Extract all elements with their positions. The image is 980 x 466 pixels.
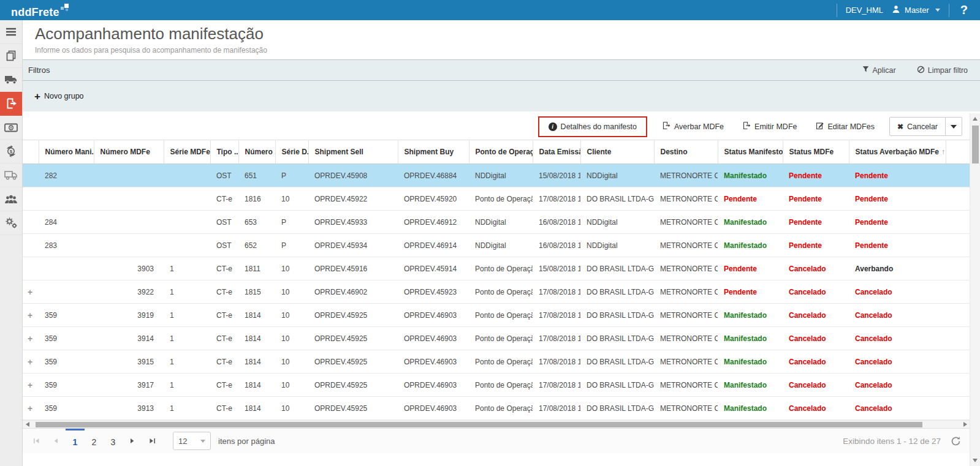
row-expand-toggle[interactable]: +	[23, 350, 39, 374]
x-icon: ✖	[897, 122, 903, 131]
column-header-cliente[interactable]: Cliente	[580, 140, 654, 164]
cancel-dropdown-button[interactable]	[946, 117, 962, 136]
sidebar-item-delivery[interactable]	[0, 163, 22, 187]
cell-status_manifesto: Manifestado	[718, 304, 783, 327]
column-header-status_manifesto[interactable]: Status Manifesto	[718, 140, 783, 164]
table-row[interactable]: +35939141CT-e181410OPRDEV.45925OPRDEV.46…	[23, 327, 970, 350]
emitir-mdfe-button[interactable]: Emitir MDFe	[739, 121, 800, 132]
column-header-serie_mdfe[interactable]: Série MDFe	[164, 140, 210, 164]
clear-filter-button[interactable]: Limpar filtro	[913, 65, 971, 76]
cell-status_mdfe: Cancelado	[783, 257, 849, 280]
scroll-up-icon[interactable]	[973, 115, 978, 122]
manifest-table: Número Mani...Número MDFeSérie MDFeTipo …	[23, 140, 970, 420]
row-expand-toggle[interactable]: +	[23, 304, 39, 327]
environment-label[interactable]: DEV_HML	[846, 6, 883, 15]
next-page-button[interactable]	[123, 429, 142, 453]
cell-serie_mdfe: 1	[164, 280, 210, 304]
table-row[interactable]: 282OST651POPRDEV.45908OPRDEV.46884NDDigi…	[23, 164, 970, 187]
table-row[interactable]: 284OST653POPRDEV.45933OPRDEV.46912NDDigi…	[23, 211, 970, 234]
cell-numero: 652	[238, 234, 275, 257]
row-expand-toggle	[23, 187, 39, 211]
funnel-icon	[862, 66, 869, 75]
sidebar-item-billing[interactable]	[0, 116, 22, 140]
cell-ponto_operacao: Ponto de Operação ...	[469, 350, 533, 374]
row-expand-toggle[interactable]: +	[23, 397, 39, 420]
column-header-shipment_buy[interactable]: Shipment Buy	[398, 140, 469, 164]
sidebar-item-documents[interactable]	[0, 44, 22, 68]
document-export-icon	[662, 121, 670, 132]
sidebar-item-menu[interactable]	[0, 20, 22, 44]
column-header-serie_d[interactable]: Série D...	[275, 140, 308, 164]
apply-filter-button[interactable]: Aplicar	[859, 65, 899, 75]
help-button[interactable]: ?	[958, 3, 970, 17]
cell-tipo: CT-e	[210, 280, 238, 304]
cell-status_averbacao: Cancelado	[849, 327, 946, 350]
sidebar-item-finance[interactable]: $	[0, 140, 22, 163]
scroll-down-icon[interactable]	[973, 457, 978, 464]
editar-mdfes-button[interactable]: Editar MDFes	[812, 121, 878, 132]
scroll-right-icon[interactable]	[960, 422, 970, 427]
app-logo[interactable]: nddFrete	[11, 3, 69, 18]
table-row[interactable]: +35939131CT-e181410OPRDEV.45925OPRDEV.46…	[23, 397, 970, 420]
table-row[interactable]: 39031CT-e181110OPRDEV.45916OPRDEV.45914P…	[23, 257, 970, 280]
table-row[interactable]: +35939191CT-e181410OPRDEV.45925OPRDEV.46…	[23, 304, 970, 327]
table-row[interactable]: +35939151CT-e181410OPRDEV.45925OPRDEV.46…	[23, 350, 970, 374]
last-page-button[interactable]	[142, 429, 162, 453]
user-menu[interactable]: Master	[892, 5, 940, 15]
refresh-button[interactable]	[951, 436, 961, 446]
table-row[interactable]: 283OST652POPRDEV.45934OPRDEV.46914NDDigi…	[23, 234, 970, 257]
row-expand-toggle[interactable]: +	[23, 280, 39, 304]
new-group-button[interactable]: + Novo grupo	[31, 91, 88, 102]
cell-shipment_sell: OPRDEV.45925	[308, 397, 398, 420]
gears-icon	[5, 217, 18, 229]
page-button-3[interactable]: 3	[104, 429, 123, 453]
manifest-details-button[interactable]: i Detalhes do manifesto	[545, 122, 640, 132]
table-row[interactable]: +35939171CT-e181410OPRDEV.45925OPRDEV.46…	[23, 374, 970, 397]
cell-numero_mdfe: 3903	[94, 257, 164, 280]
averbar-mdfe-button[interactable]: Averbar MDFe	[658, 121, 727, 132]
page-button-2[interactable]: 2	[85, 429, 104, 453]
horizontal-scroll-thumb[interactable]	[36, 422, 922, 427]
cell-ponto_operacao: Ponto de Operação ...	[469, 280, 533, 304]
cell-numero_mdfe: 3913	[94, 397, 164, 420]
column-header-numero_manifestacao[interactable]: Número Mani...	[39, 140, 94, 164]
previous-page-button[interactable]	[46, 429, 66, 453]
column-header-destino[interactable]: Destino	[654, 140, 718, 164]
column-header-ponto_operacao[interactable]: Ponto de Operação	[469, 140, 533, 164]
cell-status_manifesto: Manifestado	[718, 374, 783, 397]
cell-numero_manifestacao: 284	[39, 211, 94, 234]
column-header-expand[interactable]	[23, 140, 39, 164]
vertical-scroll-thumb[interactable]	[972, 126, 979, 163]
vertical-scrollbar[interactable]	[970, 113, 980, 466]
column-header-tipo[interactable]: Tipo ...	[210, 140, 238, 164]
page-size-select[interactable]: 12	[173, 432, 211, 450]
column-header-shipment_sell[interactable]: Shipment Sell	[308, 140, 398, 164]
column-header-data_emissao[interactable]: Data Emissã...	[533, 140, 580, 164]
table-row[interactable]: CT-e181610OPRDEV.45922OPRDEV.45920Ponto …	[23, 187, 970, 211]
column-header-numero[interactable]: Número ...	[238, 140, 275, 164]
column-header-status_mdfe[interactable]: Status MDFe	[783, 140, 849, 164]
column-header-status_averbacao[interactable]: Status Averbação MDFe↑	[849, 140, 946, 164]
scroll-left-icon[interactable]	[23, 422, 32, 427]
table-row[interactable]: +39221CT-e181510OPRDEV.46902OPRDEV.45923…	[23, 280, 970, 304]
row-expand-toggle[interactable]: +	[23, 327, 39, 350]
cell-cliente: NDDigital	[580, 211, 654, 234]
column-header-numero_mdfe[interactable]: Número MDFe	[94, 140, 164, 164]
row-expand-toggle[interactable]: +	[23, 374, 39, 397]
page-button-1[interactable]: 1	[66, 429, 85, 453]
horizontal-scrollbar[interactable]	[23, 420, 970, 428]
cell-status_manifesto: Pendente	[718, 257, 783, 280]
cell-shipment_buy: OPRDEV.46884	[398, 164, 469, 187]
cell-status_manifesto: Manifestado	[718, 350, 783, 374]
topbar: nddFrete DEV_HML Master ?	[0, 0, 980, 20]
grid-panel: i Detalhes do manifesto Averbar MDFe	[23, 113, 980, 466]
cell-numero_manifestacao: 282	[39, 164, 94, 187]
cancel-button[interactable]: ✖ Cancelar	[889, 117, 946, 136]
cell-destino: METRONORTE CO...	[654, 187, 718, 211]
sidebar-item-manifests[interactable]	[0, 92, 22, 116]
sidebar-item-users[interactable]	[0, 187, 22, 211]
first-page-button[interactable]	[26, 429, 46, 453]
row-expand-toggle	[23, 164, 39, 187]
sidebar-item-fleet[interactable]	[0, 68, 22, 92]
sidebar-item-settings[interactable]	[0, 211, 22, 235]
